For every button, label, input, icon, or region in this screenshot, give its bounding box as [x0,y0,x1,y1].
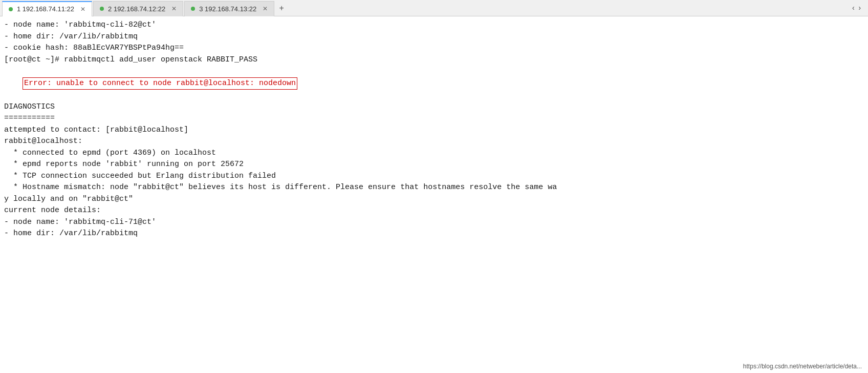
terminal-line-5: [root@ct ~]# rabbitmqctl add_user openst… [4,54,864,66]
terminal-after-9: * TCP connection succeeded but Erlang di… [4,171,864,182]
terminal-after-1: DIAGNOSTICS [4,101,864,113]
terminal-after-2: =========== [4,113,864,125]
tab-3-dot [191,7,195,11]
status-bar-url: https://blog.csdn.net/netweber/article/d… [743,362,862,371]
terminal-after-4: attempted to contact: [rabbit@localhost] [4,125,864,136]
terminal-error-box: Error: unable to connect to node rabbit@… [23,77,297,90]
tab-1[interactable]: 1 192.168.74.11:22 ✕ [2,1,92,16]
tab-2-dot [100,7,104,11]
terminal-after-16: - node name: 'rabbitmq-cli-71@ct' [4,217,864,229]
terminal-line-1: - node name: 'rabbitmq-cli-82@ct' [4,19,864,31]
tab-2-label: 2 192.168.74.12:22 [108,5,165,13]
tab-3[interactable]: 3 192.168.74.13:22 ✕ [184,1,274,16]
new-tab-button[interactable]: + [275,2,288,14]
terminal-line-2: - home dir: /var/lib/rabbitmq [4,31,864,43]
nav-prev-button[interactable]: ‹ [851,4,855,12]
tab-1-close[interactable]: ✕ [80,6,85,13]
terminal-content: - node name: 'rabbitmq-cli-82@ct' - home… [0,16,868,373]
nav-next-button[interactable]: › [858,4,862,12]
tab-3-close[interactable]: ✕ [263,5,268,12]
tab-1-dot [9,7,13,11]
terminal-error-line: Error: unable to connect to node rabbit@… [4,66,864,101]
terminal-after-7: * connected to epmd (port 4369) on local… [4,148,864,159]
nav-buttons: ‹ › [851,4,866,12]
terminal-after-12: y locally and on "rabbit@ct" [4,194,864,205]
terminal-after-6: rabbit@localhost: [4,136,864,148]
tab-3-label: 3 192.168.74.13:22 [199,5,256,13]
tab-bar: 1 192.168.74.11:22 ✕ 2 192.168.74.12:22 … [0,0,868,16]
terminal-after-11: * Hostname mismatch: node "rabbit@ct" be… [4,182,864,194]
terminal-after-15: current node details: [4,205,864,217]
tab-1-label: 1 192.168.74.11:22 [17,5,74,13]
tab-2-close[interactable]: ✕ [171,5,177,12]
terminal-after-17: - home dir: /var/lib/rabbitmq [4,228,864,240]
terminal-after-8: * epmd reports node 'rabbit' running on … [4,159,864,171]
tab-2[interactable]: 2 192.168.74.12:22 ✕ [93,1,183,16]
terminal-line-3: - cookie hash: 88aBlEcVAR7YBSPtPa94hg== [4,43,864,54]
